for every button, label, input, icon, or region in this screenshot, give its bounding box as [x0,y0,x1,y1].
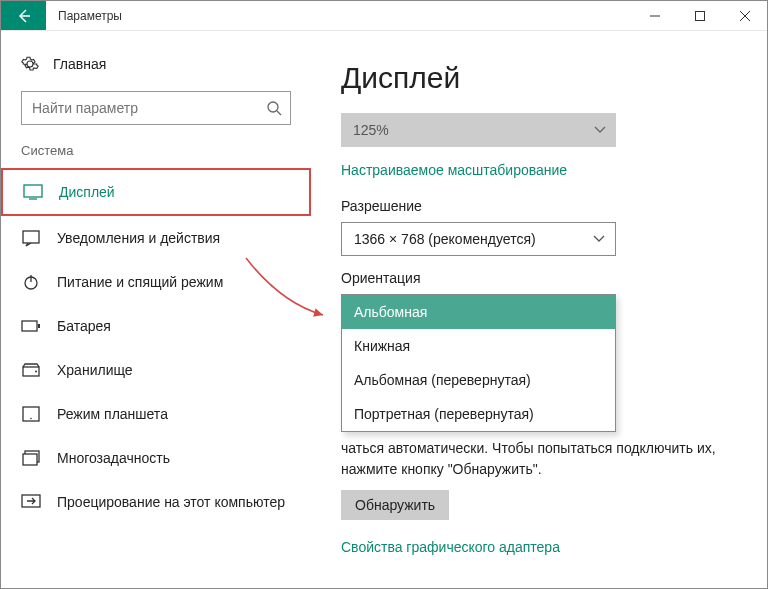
sidebar-item-notifications[interactable]: Уведомления и действия [1,216,311,260]
window-title: Параметры [46,1,134,30]
sidebar-home-label: Главная [53,56,106,72]
arrow-left-icon [16,8,32,24]
sidebar-item-label: Режим планшета [57,406,168,422]
sidebar-home[interactable]: Главная [1,49,311,91]
resolution-value: 1366 × 768 (рекомендуется) [354,231,536,247]
projecting-icon [21,492,41,512]
orientation-option[interactable]: Альбомная [342,295,615,329]
minimize-button[interactable] [632,1,677,30]
svg-rect-9 [23,231,39,243]
orientation-option[interactable]: Альбомная (перевернутая) [342,363,615,397]
svg-rect-19 [23,454,37,465]
svg-rect-7 [24,185,42,197]
orientation-label: Ориентация [341,270,737,286]
settings-window: Параметры Главная Система Дисплей [0,0,768,589]
maximize-button[interactable] [677,1,722,30]
sidebar-item-label: Хранилище [57,362,133,378]
gear-icon [21,55,39,73]
scale-value: 125% [353,122,389,138]
search-input[interactable] [32,100,266,116]
sidebar-group-label: Система [1,143,311,168]
sidebar-item-display[interactable]: Дисплей [1,168,311,216]
search-box[interactable] [21,91,291,125]
svg-line-6 [277,111,281,115]
custom-scaling-link[interactable]: Настраиваемое масштабирование [341,162,567,178]
sidebar-item-multitasking[interactable]: Многозадачность [1,436,311,480]
sidebar-item-label: Уведомления и действия [57,230,220,246]
svg-rect-2 [695,11,704,20]
svg-point-15 [35,371,37,373]
sidebar-item-label: Проецирование на этот компьютер [57,494,285,510]
power-icon [21,272,41,292]
detect-description: чаться автоматически. Чтобы попытаться п… [341,438,721,480]
sidebar-item-power[interactable]: Питание и спящий режим [1,260,311,304]
storage-icon [21,360,41,380]
window-controls [632,1,767,30]
svg-rect-12 [22,321,37,331]
detect-button[interactable]: Обнаружить [341,490,449,520]
scale-dropdown[interactable]: 125% [341,113,616,147]
svg-point-5 [268,102,278,112]
page-title: Дисплей [341,61,737,95]
chevron-down-icon [594,126,606,134]
notifications-icon [21,228,41,248]
sidebar-item-projecting[interactable]: Проецирование на этот компьютер [1,480,311,524]
svg-rect-13 [38,324,40,328]
close-button[interactable] [722,1,767,30]
resolution-label: Разрешение [341,198,737,214]
content: Дисплей 125% Настраиваемое масштабирован… [311,31,767,588]
sidebar: Главная Система Дисплей Уведомления и де… [1,31,311,588]
multitasking-icon [21,448,41,468]
body: Главная Система Дисплей Уведомления и де… [1,31,767,588]
sidebar-item-battery[interactable]: Батарея [1,304,311,348]
sidebar-item-label: Питание и спящий режим [57,274,223,290]
tablet-icon [21,404,41,424]
chevron-down-icon [593,235,605,243]
titlebar: Параметры [1,1,767,31]
resolution-dropdown[interactable]: 1366 × 768 (рекомендуется) [341,222,616,256]
sidebar-item-tablet[interactable]: Режим планшета [1,392,311,436]
battery-icon [21,316,41,336]
orientation-option[interactable]: Портретная (перевернутая) [342,397,615,431]
display-icon [23,182,43,202]
sidebar-item-storage[interactable]: Хранилище [1,348,311,392]
sidebar-item-label: Батарея [57,318,111,334]
gpu-properties-link[interactable]: Свойства графического адаптера [341,539,560,555]
svg-point-17 [30,418,32,420]
sidebar-item-label: Дисплей [59,184,115,200]
back-button[interactable] [1,1,46,30]
orientation-option[interactable]: Книжная [342,329,615,363]
search-icon [266,100,282,116]
sidebar-item-label: Многозадачность [57,450,170,466]
orientation-dropdown-open[interactable]: Альбомная Книжная Альбомная (перевернута… [341,294,616,432]
